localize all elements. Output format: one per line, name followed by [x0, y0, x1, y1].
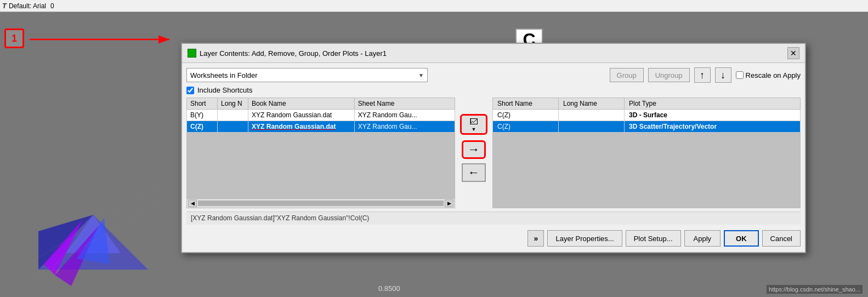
content-area: Short Long N Book Name Sheet Name B(Y) X…: [186, 98, 801, 208]
bottom-row: » Layer Properties... Plot Setup... Appl…: [186, 228, 801, 248]
expand-button[interactable]: »: [527, 230, 544, 247]
cell-right-long: [559, 110, 625, 121]
bottom-number: 0.8500: [378, 284, 400, 293]
col-short: Short: [187, 98, 218, 110]
table-row[interactable]: B(Y) XYZ Random Gaussian.dat XYZ Random …: [187, 110, 455, 121]
shortcuts-checkbox[interactable]: [186, 87, 194, 94]
middle-panel: 🗠 ▼ → ←: [457, 98, 490, 208]
left-panel: Short Long N Book Name Sheet Name B(Y) X…: [186, 98, 455, 208]
right-table-empty: [492, 133, 801, 208]
col-short-name: Short Name: [493, 98, 559, 110]
col-book: Book Name: [248, 98, 355, 110]
dropdown-arrow-icon: ▼: [418, 72, 424, 78]
status-text: [XYZ Random Gaussian.dat]"XYZ Random Gau…: [191, 214, 369, 222]
rescale-label: Rescale on Apply: [746, 71, 801, 79]
top-row: Worksheets in Folder ▼ Group Ungroup ↑ ↓…: [186, 67, 801, 83]
dialog-title: Layer Contents: Add, Remove, Group, Orde…: [200, 49, 387, 58]
cell-short: B(Y): [187, 110, 218, 121]
cell-book: XYZ Random Gaussian.dat: [248, 121, 355, 133]
annotation-arrow: [24, 28, 178, 50]
dialog-close-button[interactable]: ✕: [787, 47, 799, 59]
source-table: Short Long N Book Name Sheet Name B(Y) X…: [186, 98, 455, 133]
cancel-button[interactable]: Cancel: [762, 230, 801, 247]
up-arrow-icon: ↑: [700, 70, 705, 81]
dialog-title-left: Layer Contents: Add, Remove, Group, Orde…: [188, 49, 387, 58]
shortcuts-label: Include Shortcuts: [197, 86, 252, 94]
plot-icon: 🗠: [469, 117, 478, 127]
dialog-titlebar: Layer Contents: Add, Remove, Group, Orde…: [182, 44, 805, 63]
move-down-button[interactable]: ↓: [715, 67, 731, 83]
group-button[interactable]: Group: [610, 68, 644, 82]
status-bar: [XYZ Random Gaussian.dat]"XYZ Random Gau…: [186, 212, 801, 225]
scroll-right-button[interactable]: ▶: [445, 199, 453, 207]
remove-from-layer-button[interactable]: ←: [462, 163, 486, 182]
toolbar-font-icon: T: [2, 2, 7, 10]
cell-right-long: [559, 121, 625, 133]
down-arrow-icon: ↓: [721, 70, 725, 81]
layer-table: Short Name Long Name Plot Type C(Z) 3D -…: [492, 98, 801, 133]
left-table-empty: [186, 133, 455, 198]
cell-short: C(Z): [187, 121, 218, 133]
plot-type-button[interactable]: 🗠 ▼: [460, 114, 487, 135]
cell-right-short: C(Z): [493, 110, 559, 121]
move-up-button[interactable]: ↑: [694, 67, 711, 83]
double-arrow-icon: »: [534, 234, 538, 243]
ok-button[interactable]: OK: [724, 230, 759, 247]
apply-button[interactable]: Apply: [684, 230, 721, 247]
annotation-1: 1: [4, 28, 24, 48]
cell-sheet: XYZ Random Gau...: [354, 110, 455, 121]
scroll-thumb[interactable]: [198, 201, 444, 206]
toolbar-size-label: 0: [50, 2, 54, 10]
folder-dropdown[interactable]: Worksheets in Folder ▼: [186, 68, 428, 82]
ungroup-button[interactable]: Ungroup: [648, 68, 690, 82]
col-long-name: Long Name: [559, 98, 625, 110]
rescale-checkbox[interactable]: [736, 71, 744, 79]
dialog: Layer Contents: Add, Remove, Group, Orde…: [181, 43, 806, 253]
layer-properties-button[interactable]: Layer Properties...: [547, 230, 622, 247]
plot-type-container: 🗠 ▼: [460, 114, 487, 135]
cell-plot-type: 3D - Surface: [625, 110, 801, 121]
dialog-body: Worksheets in Folder ▼ Group Ungroup ↑ ↓…: [182, 63, 805, 252]
rescale-check: Rescale on Apply: [736, 71, 801, 79]
cell-right-short: C(Z): [493, 121, 559, 133]
right-panel: Short Name Long Name Plot Type C(Z) 3D -…: [492, 98, 801, 208]
toolbar-font-label: Default: Arial: [9, 2, 46, 10]
remove-arrow-icon: ←: [468, 165, 480, 180]
cell-book: XYZ Random Gaussian.dat: [248, 110, 355, 121]
table-row[interactable]: C(Z) XYZ Random Gaussian.dat XYZ Random …: [187, 121, 455, 133]
table-row[interactable]: C(Z) 3D - Surface: [493, 110, 801, 121]
toolbar: T Default: Arial 0: [0, 0, 868, 12]
add-to-layer-button[interactable]: →: [462, 140, 486, 159]
dialog-icon: [188, 49, 196, 58]
shortcuts-row: Include Shortcuts: [186, 86, 801, 94]
plot-area: [11, 133, 175, 297]
scroll-left-button[interactable]: ◀: [188, 199, 197, 207]
col-plot-type: Plot Type: [625, 98, 801, 110]
watermark: https://blog.csdn.net/shine_shao...: [767, 285, 863, 294]
dropdown-small-arrow: ▼: [472, 127, 476, 132]
cell-sheet: XYZ Random Gau...: [354, 121, 455, 133]
cell-plot-type: 3D Scatter/Trajectory/Vector: [625, 121, 801, 133]
cell-long: [218, 110, 248, 121]
plot-setup-button[interactable]: Plot Setup...: [626, 230, 681, 247]
col-long: Long N: [218, 98, 248, 110]
horizontal-scrollbar[interactable]: ◀ ▶: [186, 198, 455, 208]
cell-long: [218, 121, 248, 133]
table-row[interactable]: C(Z) 3D Scatter/Trajectory/Vector: [493, 121, 801, 133]
col-sheet: Sheet Name: [354, 98, 455, 110]
add-arrow-icon: →: [468, 142, 480, 157]
